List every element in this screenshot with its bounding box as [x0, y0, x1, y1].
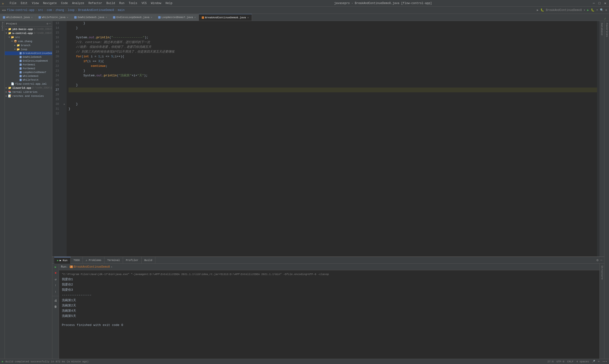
nav-method[interactable]: main — [118, 9, 125, 12]
tab-close-5[interactable]: ✕ — [194, 16, 196, 19]
run-stop-icon[interactable]: ■ — [53, 271, 58, 275]
tree-item-y02[interactable]: ▶ 📁 y02-basic-app D:\code_IDEA\javasey — [5, 27, 52, 31]
ln-22: 22 — [52, 64, 60, 68]
tree-item-comzhang[interactable]: ▼ 📦 com.zhang — [5, 39, 52, 43]
tab-profiler[interactable]: Profiler — [123, 257, 142, 264]
favorites-sidebar[interactable]: Favorites — [604, 21, 609, 359]
tree-item-src[interactable]: ▼ 📂 src — [5, 35, 52, 39]
menu-view[interactable]: View — [30, 1, 41, 5]
tree-item-scratches[interactable]: ▶ 📝 ratches and Consoles — [5, 94, 52, 98]
search-everywhere-button[interactable]: 🔍 — [600, 8, 604, 12]
structure-sidebar[interactable]: Structure — [599, 264, 604, 359]
tab-close-6[interactable]: ✕ — [247, 16, 249, 19]
java-icon-fordemo2: J — [20, 67, 22, 70]
run-button[interactable]: ▶ — [537, 8, 538, 12]
menu-analyze[interactable]: Analyze — [70, 1, 86, 5]
tree-item-loop[interactable]: ▼ 📂 loop — [5, 47, 52, 52]
close-button[interactable]: ✕ — [603, 1, 607, 5]
settings-button[interactable]: ⚙ — [605, 8, 607, 12]
ln-21: 21 — [52, 59, 60, 64]
tab-problems[interactable]: ⚠ Problems — [83, 257, 104, 264]
tab-terminal[interactable]: Terminal — [104, 257, 123, 264]
nav-loop[interactable]: loop — [68, 9, 75, 12]
tree-item-libraries[interactable]: ▶ 📚 ternal Libraries — [5, 90, 52, 94]
run-print-icon[interactable]: 🖨 — [53, 298, 58, 303]
run-down-icon[interactable]: ↓ — [53, 289, 58, 294]
minimize-panel-icon[interactable]: ─ — [600, 258, 602, 262]
status-encoding[interactable]: UTF-8 — [557, 360, 564, 363]
tree-item-wcontrol[interactable]: ▼ 📁 w-control-app D:\code_IDEA\javasey — [5, 31, 52, 35]
tree-item-branch[interactable]: ▶ 📁 branch — [5, 43, 52, 47]
tab-endlessloopdemo6[interactable]: EndlessLoopDemo6.java ✕ — [110, 14, 155, 21]
menu-run[interactable]: Run — [117, 1, 126, 5]
ln-15: 15 — [52, 30, 60, 35]
nav-class[interactable]: BreakAndContinueDemo8 — [78, 9, 114, 12]
project-panel-header: Project ⚙ ─ — [5, 21, 52, 27]
menu-tools[interactable]: Tools — [127, 1, 139, 5]
tree-arrow-scratch: ▶ — [6, 95, 8, 97]
menu-build[interactable]: Build — [104, 1, 117, 5]
loop-label: loop — [21, 48, 27, 51]
tree-item-whiledemo3[interactable]: J WhileDemo3 — [5, 74, 52, 78]
run-rerun-icon[interactable]: ↺ — [53, 277, 58, 282]
editor-scrollbar[interactable] — [597, 21, 599, 257]
tab-close-2[interactable]: ✕ — [67, 16, 68, 19]
tab-close-4[interactable]: ✕ — [151, 16, 152, 19]
tab-todo[interactable]: TODO — [71, 257, 83, 264]
menu-help[interactable]: Help — [164, 1, 174, 5]
menu-navigate[interactable]: Navigate — [41, 1, 59, 5]
config-dropdown[interactable]: BreakAndContinueDemo8 ▾ — [546, 8, 585, 12]
tab-dowhiledemo5[interactable]: DoWhileDemo5.java ✕ — [71, 14, 110, 21]
menu-code[interactable]: Code — [59, 1, 70, 5]
tab-loopnestedemo7[interactable]: LoopNestedDemo7.java ✕ — [155, 14, 199, 21]
tree-item-fordemo1[interactable]: J ForDemo1 — [5, 63, 52, 67]
status-indent[interactable]: 4 spaces — [576, 360, 589, 363]
ln-27: 27 — [52, 88, 60, 92]
project-tool-label[interactable]: Project — [1, 22, 4, 31]
menu-window[interactable]: Window — [149, 1, 163, 5]
nav-com[interactable]: com — [47, 9, 52, 12]
tree-item-lloworld[interactable]: ▶ 📁 lloworld-app D:\code_IDEA\javasey — [5, 86, 52, 90]
menu-edit[interactable]: Edit — [19, 1, 29, 5]
database-sidebar[interactable]: Database — [599, 21, 604, 257]
code-line-19: // 到第三天的时候你表现好可以不用洗了，但是第四天第五天还要继续 — [68, 50, 597, 54]
run-trash-icon[interactable]: 🗑 — [53, 304, 58, 309]
debug-button[interactable]: 🐛 — [541, 8, 544, 12]
tab-run[interactable]: ▶ ▶ Run — [54, 257, 71, 264]
tab-whiledemo3[interactable]: WhileDemo3.java ✕ — [0, 14, 36, 21]
run-green-button[interactable]: ▶ — [587, 8, 589, 12]
run-up-icon[interactable]: ↑ — [53, 283, 58, 288]
tree-item-loopnested[interactable]: J LoopNestedDemo7 — [5, 70, 52, 74]
minimize-button[interactable]: ─ — [592, 1, 596, 5]
tree-item-endless[interactable]: J EndlessLoopDemo6 — [5, 59, 52, 63]
tree-item-iml[interactable]: 📄 flow-control-app.iml — [5, 82, 52, 86]
menu-vcs[interactable]: VCS — [140, 1, 149, 5]
run-close-btn[interactable]: ✕ — [111, 265, 112, 268]
status-position[interactable]: 27:6 — [547, 360, 554, 363]
menu-file[interactable]: File — [8, 1, 18, 5]
tab-build[interactable]: Build — [142, 257, 155, 264]
tree-item-fordemo2[interactable]: J ForDemo2 — [5, 67, 52, 70]
nav-project[interactable]: flow-control-app — [7, 9, 34, 12]
menu-refactor[interactable]: Refactor — [87, 1, 104, 5]
tab-close-3[interactable]: ✕ — [106, 16, 107, 19]
code-line-27 — [68, 88, 597, 92]
nav-src[interactable]: src — [38, 9, 43, 12]
tab-close-1[interactable]: ✕ — [31, 16, 33, 19]
code-editor[interactable]: 13 14 15 16 17 18 19 20 21 22 23 24 25 2… — [52, 21, 604, 257]
status-lineending[interactable]: CRLF — [567, 360, 573, 363]
tab-whiletest4[interactable]: WhileTest4.java ✕ — [36, 14, 71, 21]
collapse-icon[interactable]: ─ — [49, 22, 51, 25]
coverage-button[interactable]: ☂ — [596, 8, 598, 12]
tab-breakandcontinue[interactable]: BreakAndContinueDemo8.java ✕ — [199, 14, 252, 21]
tree-item-breakdemo8[interactable]: J BreakAndContinueDemo8 — [5, 52, 52, 55]
code-content[interactable]: } } System.out.println("----------------… — [67, 21, 597, 257]
tree-item-dowhile[interactable]: J DoWhileDemo5 — [5, 55, 52, 59]
tree-item-whiletest4[interactable]: J WhileTest4 — [5, 78, 52, 82]
nav-zhang[interactable]: zhang — [55, 9, 64, 12]
maximize-button[interactable]: □ — [597, 1, 601, 5]
run-play-icon[interactable]: ▶ — [53, 265, 58, 269]
gear-icon[interactable]: ⚙ — [47, 22, 48, 25]
settings-gear-icon[interactable]: ⚙ — [596, 258, 598, 262]
debug-green-button[interactable]: 🐛 — [591, 8, 595, 12]
